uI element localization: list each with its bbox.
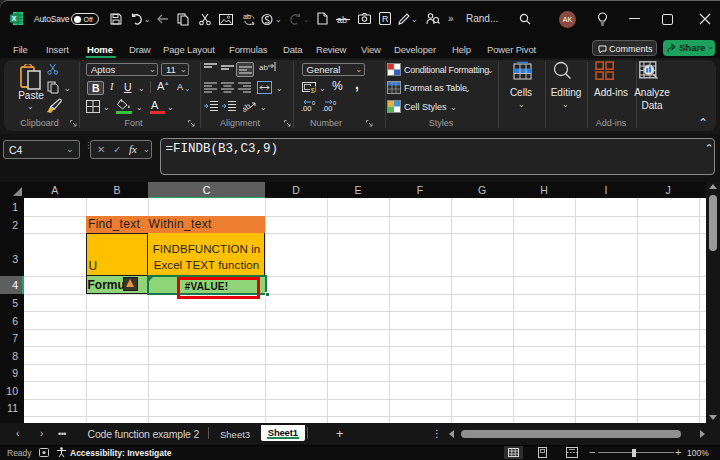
- svg-text:.00: .00: [322, 104, 332, 112]
- svg-text:0: 0: [333, 100, 336, 106]
- svg-text:0: 0: [312, 100, 315, 106]
- svg-text:.00: .00: [301, 104, 311, 112]
- svg-text:ab: ab: [259, 63, 268, 72]
- svg-text:R: R: [382, 14, 389, 24]
- svg-text:ab: ab: [243, 13, 251, 20]
- svg-text:X: X: [11, 14, 16, 23]
